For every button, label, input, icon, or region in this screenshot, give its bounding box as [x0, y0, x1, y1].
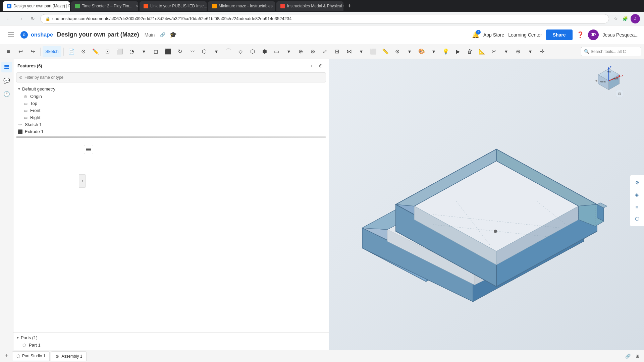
sketch-button[interactable]: Sketch [43, 46, 61, 57]
reload-button[interactable]: ↻ [28, 14, 38, 23]
origin-item[interactable]: ⊙ Origin [15, 93, 327, 100]
add-tab-button[interactable]: + [3, 352, 11, 360]
tab-3[interactable]: Miniature maze - Instructables ✕ [208, 1, 275, 11]
delete-btn[interactable]: 🗑 [464, 46, 476, 57]
feature-settings-btn[interactable]: ⏱ [317, 62, 325, 70]
notification-button[interactable]: 🔔 3 [472, 31, 479, 39]
learning-center-button[interactable]: Learning Center [508, 32, 542, 38]
redo-button[interactable]: ↪ [27, 46, 38, 57]
part1-item[interactable]: ⬡ Part 1 [13, 342, 329, 349]
bottom-grid-btn[interactable]: ⊞ [633, 352, 641, 360]
parts-header[interactable]: ▼ Parts (1) [13, 334, 329, 342]
back-button[interactable]: ← [4, 14, 13, 23]
right-plane-item[interactable]: ▭ Right [15, 114, 327, 121]
tools-more-btn[interactable]: ▾ [283, 46, 294, 57]
nav-cube[interactable]: Top Front Right X Z ⊡ [594, 66, 624, 96]
box-btn[interactable]: ◻ [150, 46, 162, 57]
more3-btn[interactable]: ▾ [404, 46, 415, 57]
rectangle-btn[interactable]: ⬜ [114, 46, 125, 57]
extrude1-item[interactable]: ⬛ Extrude 1 [13, 128, 329, 135]
assembly-tab[interactable]: ⚙ Assembly 1 [51, 351, 87, 361]
share-button[interactable]: Share [546, 29, 573, 40]
add-feature-btn[interactable]: + [307, 62, 315, 70]
pen-btn[interactable]: ✏️ [90, 46, 101, 57]
rib-btn[interactable]: ▭ [271, 46, 282, 57]
filter-input[interactable] [24, 75, 323, 80]
more2-btn[interactable]: ▾ [356, 46, 367, 57]
app-store-button[interactable]: App Store [483, 32, 504, 38]
view-more-btn[interactable]: ▾ [500, 46, 512, 57]
mirror-btn[interactable]: ⋈ [343, 46, 355, 57]
viewport[interactable]: Top Front Right X Z ⊡ ⚙ ◈ ≡ ⬡ [329, 59, 644, 350]
loft-btn[interactable]: ⬡ [199, 46, 210, 57]
top-plane-item[interactable]: ▭ Top [15, 100, 327, 107]
shell-btn[interactable]: ⬡ [247, 46, 258, 57]
new-tab-button[interactable]: + [345, 1, 354, 11]
profile-button[interactable]: J [631, 14, 640, 23]
bookmark-button[interactable]: ☆ [612, 15, 620, 23]
new-btn[interactable]: 📄 [66, 46, 77, 57]
appearance-more-btn[interactable]: ▾ [428, 46, 439, 57]
sketch1-item[interactable]: ✏ Sketch 1 [13, 121, 329, 128]
extensions-button[interactable]: 🧩 [621, 15, 629, 23]
draft-btn[interactable]: ⬢ [259, 46, 270, 57]
revolve-btn[interactable]: ↻ [174, 46, 186, 57]
default-geometry-header[interactable]: ▼ Default geometry [15, 85, 327, 93]
history-icon-btn[interactable]: 🕐 [1, 88, 12, 99]
mate-btn[interactable]: ⊛ [392, 46, 403, 57]
svg-rect-9 [86, 149, 91, 150]
features-icon-btn[interactable] [1, 62, 12, 72]
split-btn[interactable]: ⊗ [307, 46, 319, 57]
sidebar-panel: Features (6) + ⏱ ⊘ ▼ Default geometry [13, 59, 329, 350]
list-toggle[interactable] [84, 145, 93, 154]
zoom-btn[interactable]: ⊕ [513, 46, 524, 57]
section-btn[interactable]: ✂ [488, 46, 500, 57]
graduation-icon[interactable]: 🎓 [169, 31, 177, 39]
view-cube-settings[interactable]: ⊡ [616, 90, 623, 97]
sim-panel-btn[interactable]: ≡ [630, 201, 644, 213]
zoom-more-btn[interactable]: ▾ [525, 46, 536, 57]
tab-2[interactable]: Link to your PUBLISHED Instr... ✕ [140, 1, 207, 11]
settings-panel-btn[interactable]: ⚙ [630, 177, 644, 189]
dropdown-btn[interactable]: ▾ [138, 46, 150, 57]
hamburger-menu[interactable] [5, 29, 16, 40]
active-tab[interactable]: O Design your own part (Maze) | P... ✕ [3, 1, 70, 11]
help-button[interactable]: ❓ [577, 31, 584, 39]
circle-btn[interactable]: ⊙ [78, 46, 89, 57]
front-plane-item[interactable]: ▭ Front [15, 107, 327, 114]
part-studio-tab[interactable]: ⬡ Part Studio 1 [12, 351, 50, 361]
render-btn[interactable]: 💡 [440, 46, 451, 57]
plane-btn[interactable]: ⬜ [368, 46, 379, 57]
search-input[interactable] [591, 49, 631, 54]
axes-btn[interactable]: ✛ [537, 46, 548, 57]
boolean-btn[interactable]: ⊕ [295, 46, 307, 57]
node-btn[interactable]: ⊡ [102, 46, 113, 57]
tab-4[interactable]: Instructables Medal & Physical C... ✕ [276, 1, 343, 11]
measure-btn[interactable]: 📏 [380, 46, 391, 57]
appearance-panel-btn[interactable]: ◈ [630, 189, 644, 201]
arc-btn[interactable]: ◔ [126, 46, 138, 57]
collapse-toggle[interactable]: ‹ [79, 174, 86, 188]
feature-list-button[interactable]: ≡ [3, 46, 14, 57]
bottom-link-btn[interactable]: 🔗 [624, 352, 632, 360]
tab-4-favicon [280, 4, 285, 8]
parts-title: Parts (1) [21, 335, 38, 340]
sweep-btn[interactable]: 〰 [186, 46, 198, 57]
comment-icon-btn[interactable]: 💬 [1, 75, 12, 86]
export-panel-btn[interactable]: ⬡ [630, 213, 644, 225]
appearance-btn[interactable]: 🎨 [416, 46, 427, 57]
tab-1-close[interactable]: ✕ [136, 4, 138, 8]
link-icon[interactable]: 🔗 [160, 32, 165, 37]
fillet-btn[interactable]: ⌒ [223, 46, 234, 57]
address-input[interactable]: 🔒 cad.onshape.com/documents/cf067de300b0… [40, 14, 609, 23]
chamfer-btn[interactable]: ◇ [235, 46, 246, 57]
measure2-btn[interactable]: 📐 [476, 46, 488, 57]
more-btn[interactable]: ▾ [211, 46, 222, 57]
undo-button[interactable]: ↩ [15, 46, 26, 57]
sim-btn[interactable]: ▶ [452, 46, 464, 57]
transform-btn[interactable]: ⤢ [319, 46, 331, 57]
forward-button[interactable]: → [16, 14, 25, 23]
tab-1[interactable]: Time Shooter 2 – Play Tim... ✕ [71, 1, 138, 11]
extrude-btn[interactable]: ⬛ [162, 46, 174, 57]
pattern-btn[interactable]: ⊞ [331, 46, 343, 57]
